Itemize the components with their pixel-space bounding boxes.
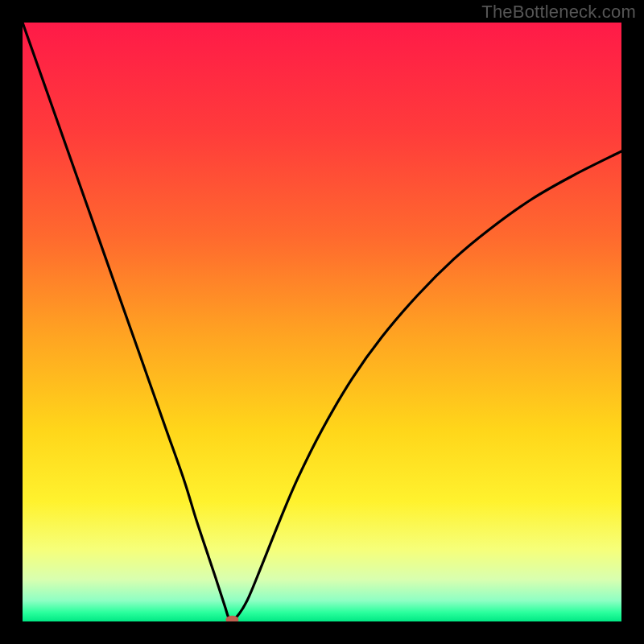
gradient-background: [23, 23, 621, 621]
watermark-text: TheBottleneck.com: [481, 2, 636, 23]
plot-area: [23, 23, 621, 621]
chart-frame: TheBottleneck.com: [0, 0, 644, 644]
chart-svg: [23, 23, 621, 621]
